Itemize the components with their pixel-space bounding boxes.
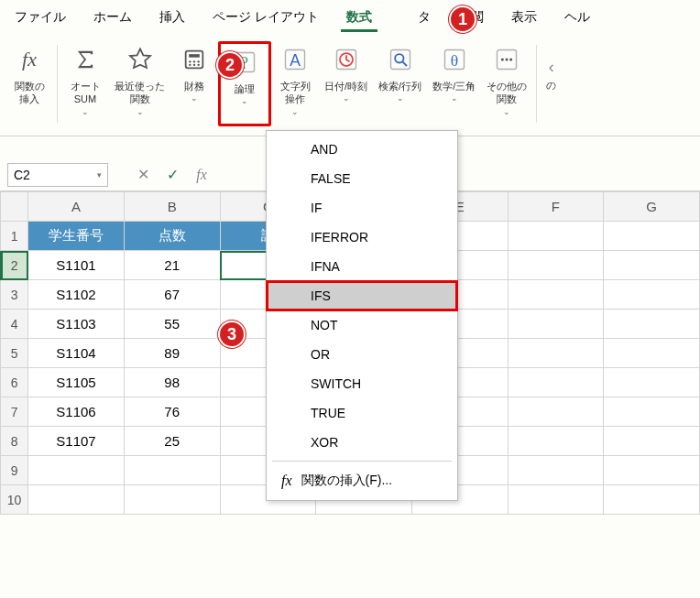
cell[interactable]: S1107 — [28, 427, 125, 456]
cell[interactable]: S1106 — [28, 397, 125, 427]
cell[interactable] — [604, 339, 700, 368]
cell[interactable]: S1103 — [28, 310, 125, 339]
cell[interactable]: 76 — [124, 397, 220, 427]
row-header[interactable]: 6 — [1, 368, 28, 397]
row-header[interactable]: 2 — [1, 251, 28, 280]
cell[interactable]: 55 — [124, 310, 220, 339]
svg-point-21 — [509, 58, 512, 60]
cell[interactable]: 点数 — [124, 222, 220, 251]
fx-formula-button[interactable]: fx — [191, 167, 213, 183]
math-trig-button[interactable]: θ 数学/三角 ⌄ — [427, 41, 481, 126]
row-header[interactable]: 9 — [1, 456, 28, 485]
select-all-corner[interactable] — [1, 192, 28, 222]
menu-separator — [272, 461, 452, 462]
cell[interactable] — [508, 427, 604, 456]
menu-item-iferror[interactable]: IFERROR — [267, 223, 457, 252]
tab-data[interactable]: タ — [412, 5, 436, 32]
autosum-button[interactable]: オート SUM ⌄ — [61, 41, 109, 126]
chevron-left-icon: ‹ — [549, 58, 554, 77]
cell[interactable] — [604, 251, 700, 280]
tab-insert[interactable]: 挿入 — [154, 5, 191, 32]
menu-item-ifna[interactable]: IFNA — [267, 252, 457, 281]
cell[interactable] — [124, 456, 220, 485]
menu-item-true[interactable]: TRUE — [267, 398, 457, 428]
menu-item-or[interactable]: OR — [267, 340, 457, 369]
cell[interactable] — [508, 251, 604, 280]
row-header[interactable]: 8 — [1, 427, 28, 456]
cell[interactable] — [508, 485, 604, 515]
cell[interactable]: 25 — [124, 427, 220, 456]
enter-formula-button[interactable]: ✓ — [161, 166, 183, 183]
lookup-button[interactable]: 検索/行列 ⌄ — [373, 41, 427, 126]
row-header[interactable]: 10 — [1, 485, 28, 515]
cell[interactable] — [508, 310, 604, 339]
cell[interactable]: S1101 — [28, 251, 125, 280]
row-header[interactable]: 3 — [1, 280, 28, 310]
cell[interactable]: S1105 — [28, 368, 125, 397]
row-header[interactable]: 4 — [1, 310, 28, 339]
tab-help[interactable]: ヘル — [559, 5, 596, 32]
svg-point-15 — [395, 54, 403, 62]
callout-badge-3: 3 — [218, 321, 246, 348]
tab-home[interactable]: ホーム — [88, 5, 137, 32]
row-header[interactable]: 1 — [1, 222, 28, 251]
letter-a-icon: A — [277, 41, 313, 78]
menu-item-if[interactable]: IF — [267, 193, 457, 223]
cell[interactable] — [604, 485, 700, 515]
cell[interactable] — [508, 397, 604, 427]
cell[interactable] — [508, 339, 604, 368]
row-header[interactable]: 5 — [1, 339, 28, 368]
cell[interactable] — [604, 456, 700, 485]
col-header[interactable]: B — [124, 192, 220, 222]
cell[interactable] — [28, 456, 125, 485]
cell[interactable]: 67 — [124, 280, 220, 310]
cell[interactable] — [604, 397, 700, 427]
cell[interactable]: 21 — [124, 251, 220, 280]
cancel-formula-button[interactable]: ✕ — [132, 166, 154, 183]
cell[interactable] — [124, 485, 220, 515]
text-functions-button[interactable]: A 文字列 操作 ⌄ — [271, 41, 319, 126]
menu-item-ifs[interactable]: IFS — [267, 281, 457, 310]
cell[interactable] — [508, 280, 604, 310]
fx-icon: fx — [11, 41, 48, 78]
cell[interactable]: 98 — [124, 368, 220, 397]
more-functions-button[interactable]: その他の 関数 ⌄ — [481, 41, 532, 126]
name-box[interactable]: C2 ▾ — [7, 163, 108, 187]
cell[interactable] — [604, 222, 700, 251]
cell[interactable]: S1102 — [28, 280, 125, 310]
menu-item-xor[interactable]: XOR — [267, 428, 457, 457]
row-header[interactable]: 7 — [1, 397, 28, 427]
tab-formulas[interactable]: 数式 — [341, 5, 377, 32]
cell[interactable] — [508, 368, 604, 397]
menu-item-and[interactable]: AND — [267, 135, 457, 164]
ribbon-nav-button[interactable]: ‹ の — [541, 41, 562, 126]
cell[interactable] — [604, 427, 700, 456]
col-header[interactable]: A — [28, 192, 125, 222]
autosum-label: オート SUM — [71, 80, 101, 106]
menu-item-not[interactable]: NOT — [267, 310, 457, 340]
tab-view[interactable]: 表示 — [506, 5, 542, 32]
recent-functions-button[interactable]: 最近使った 関数 ⌄ — [109, 41, 170, 126]
financial-button[interactable]: 財務 ⌄ — [170, 41, 218, 126]
ribbon-tabs: ファイル ホーム 挿入 ページ レイアウト 数式 タ 校閲 表示 ヘル — [0, 0, 700, 36]
cell[interactable] — [508, 222, 604, 251]
tab-file[interactable]: ファイル — [9, 5, 71, 32]
cell[interactable]: 89 — [124, 339, 220, 368]
cell[interactable] — [28, 485, 125, 515]
menu-item-switch[interactable]: SWITCH — [267, 369, 457, 398]
chevron-down-icon[interactable]: ▾ — [97, 170, 102, 179]
col-header[interactable]: G — [604, 192, 700, 222]
cell[interactable]: S1104 — [28, 339, 125, 368]
cell[interactable] — [604, 280, 700, 310]
cell[interactable] — [604, 368, 700, 397]
tab-pagelayout[interactable]: ページ レイアウト — [207, 5, 324, 32]
cell[interactable] — [508, 456, 604, 485]
cell[interactable] — [604, 310, 700, 339]
menu-item-insert-function[interactable]: fx 関数の挿入(F)... — [267, 465, 457, 496]
menu-item-false[interactable]: FALSE — [267, 164, 457, 193]
cell[interactable]: 学生番号 — [28, 222, 125, 251]
svg-point-3 — [193, 60, 195, 62]
insert-function-button[interactable]: fx 関数の 挿入 — [5, 41, 53, 126]
datetime-button[interactable]: 日付/時刻 ⌄ — [319, 41, 373, 126]
col-header[interactable]: F — [508, 192, 604, 222]
